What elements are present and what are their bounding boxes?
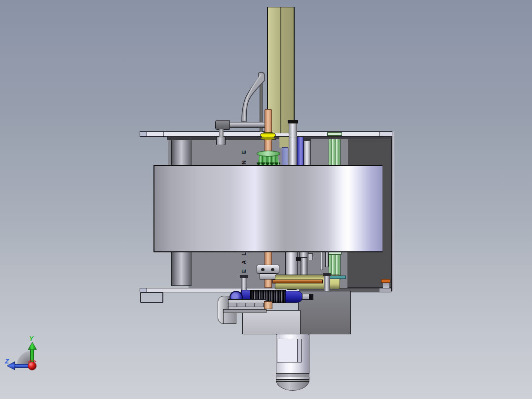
plate-right-segment xyxy=(380,132,392,136)
axis-y-label: Y xyxy=(29,335,34,342)
motor-rim-line xyxy=(277,338,308,338)
support-pin-cap xyxy=(323,273,331,276)
motor-band xyxy=(276,373,309,377)
junction-box-edge xyxy=(297,339,301,362)
copper-bushing xyxy=(264,301,272,309)
coupling-hole xyxy=(261,268,265,271)
thin-rod xyxy=(320,252,323,270)
support-pin-cap xyxy=(240,275,248,278)
yellow-washer-shadow xyxy=(261,137,275,140)
plate-end-tab xyxy=(140,132,147,136)
spacer-block xyxy=(308,253,313,260)
cad-viewport[interactable]: E N L A E xyxy=(0,0,532,399)
idler-shaft-cap xyxy=(304,138,311,141)
coupling-lower xyxy=(260,274,276,279)
panel-letter: E xyxy=(240,148,248,156)
bearing-shaft xyxy=(301,257,307,277)
axis-y-arrowhead[interactable] xyxy=(28,342,37,350)
shaft-cap xyxy=(288,120,298,123)
spindle-shaft-upper xyxy=(289,137,297,165)
flange-leg xyxy=(223,313,236,324)
column-foot-block xyxy=(279,137,289,148)
slide-block xyxy=(282,147,288,165)
guide-rail-upper-cap xyxy=(327,132,342,136)
capped-shaft xyxy=(289,123,297,137)
motor-junction-box xyxy=(277,339,302,362)
bolt-shaft xyxy=(219,129,224,137)
worm-tip xyxy=(302,294,309,300)
panel-letter: E xyxy=(240,267,248,275)
drive-shaft xyxy=(285,252,298,276)
idler-shaft xyxy=(304,141,311,165)
thin-rod xyxy=(325,252,329,267)
rod-end-fitting xyxy=(215,120,230,130)
worm-shaft-right xyxy=(285,291,303,303)
brown-bar xyxy=(272,279,323,283)
motor[interactable] xyxy=(276,334,309,391)
support-pin xyxy=(324,275,330,292)
worm-tip-end xyxy=(309,294,313,300)
orange-clip-shadow xyxy=(383,283,389,288)
label-drum[interactable] xyxy=(153,165,382,252)
coupling-hole xyxy=(271,268,274,271)
guide-rail-upper[interactable] xyxy=(329,135,341,165)
column-shade xyxy=(281,7,294,133)
motor-ring-line xyxy=(276,379,309,380)
orange-clip xyxy=(381,279,390,283)
plate-right-segment xyxy=(380,288,391,292)
panel-hole xyxy=(296,257,301,261)
origin-sphere[interactable] xyxy=(28,362,37,370)
hook-bracket[interactable] xyxy=(140,292,163,303)
plate-end-tab xyxy=(140,288,147,292)
flanged-coupling[interactable] xyxy=(257,265,279,274)
panel-letter: A xyxy=(240,258,248,266)
side-plate-edge xyxy=(391,132,394,291)
teal-strip xyxy=(329,276,346,279)
plate-seam xyxy=(163,132,164,136)
motor-ring-line xyxy=(276,381,309,382)
hex-bolt-head xyxy=(216,137,226,145)
orientation-triad[interactable]: Y Z xyxy=(4,335,58,377)
axis-z-label: Z xyxy=(4,358,9,365)
blue-violet-shaft xyxy=(297,137,304,165)
gearbox-housing-light[interactable] xyxy=(242,310,301,334)
bevel-gear-rim xyxy=(257,151,280,157)
